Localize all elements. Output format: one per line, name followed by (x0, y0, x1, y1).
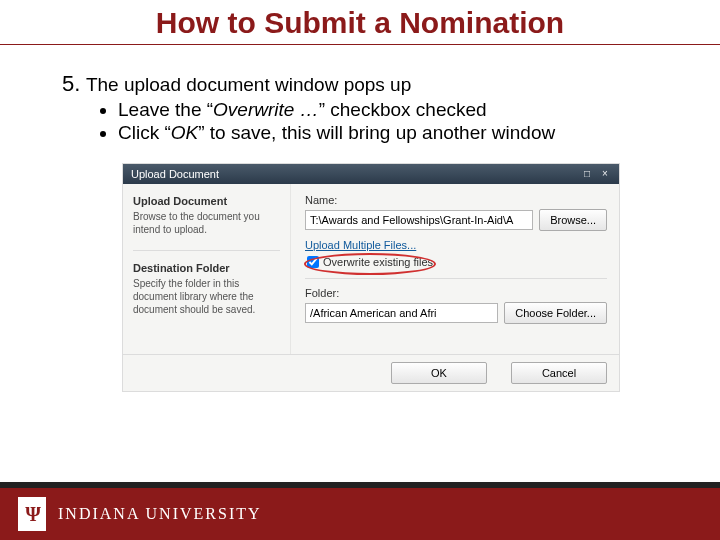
window-controls: □ × (581, 168, 611, 179)
dialog-main-pane: Name: Browse... Upload Multiple Files...… (291, 184, 619, 354)
upload-document-dialog: Upload Document □ × Upload Document Brow… (122, 163, 620, 392)
bullet-text: Leave the “ (118, 99, 213, 120)
bullet-text: ” to save, this will bring up another wi… (198, 122, 555, 143)
sidebar-help-text: Browse to the document you intend to upl… (133, 210, 280, 236)
overwrite-checkbox[interactable] (307, 256, 319, 268)
sidebar-separator (133, 250, 280, 251)
folder-input[interactable] (305, 303, 498, 323)
upload-multiple-row: Upload Multiple Files... (305, 239, 607, 251)
bullet-text: ” checkbox checked (319, 99, 487, 120)
bullet-item: Leave the “Overwrite …” checkbox checked (118, 99, 680, 122)
overwrite-row: Overwrite existing files (305, 256, 607, 268)
overwrite-label: Overwrite existing files (323, 256, 433, 268)
university-name: INDIANA UNIVERSITY (58, 505, 262, 523)
footer-main: Ψ INDIANA UNIVERSITY (0, 488, 720, 540)
step-line: 5. The upload document window pops up (62, 71, 680, 97)
dialog-title: Upload Document (131, 168, 219, 180)
browse-button[interactable]: Browse... (539, 209, 607, 231)
step-text: The upload document window pops up (86, 74, 411, 95)
dialog-titlebar: Upload Document □ × (123, 164, 619, 184)
folder-row: Choose Folder... (305, 302, 607, 324)
sidebar-help-text: Specify the folder in this document libr… (133, 277, 280, 316)
folder-label: Folder: (305, 287, 607, 299)
instruction-bullets: Leave the “Overwrite …” checkbox checked… (62, 99, 680, 145)
sidebar-heading: Upload Document (133, 194, 280, 208)
ok-button[interactable]: OK (391, 362, 487, 384)
bullet-text: Click “ (118, 122, 171, 143)
cancel-button[interactable]: Cancel (511, 362, 607, 384)
upload-multiple-link[interactable]: Upload Multiple Files... (305, 239, 416, 251)
bullet-emphasis: Overwrite … (213, 99, 319, 120)
main-separator (305, 278, 607, 279)
name-row: Browse... (305, 209, 607, 231)
name-input[interactable] (305, 210, 533, 230)
bullet-emphasis: OK (171, 122, 198, 143)
bullet-item: Click “OK” to save, this will bring up a… (118, 122, 680, 145)
close-icon[interactable]: × (599, 168, 611, 179)
dialog-button-bar: OK Cancel (123, 354, 619, 391)
iu-logo-icon: Ψ (18, 497, 46, 531)
sidebar-heading: Destination Folder (133, 261, 280, 275)
maximize-icon[interactable]: □ (581, 168, 593, 179)
name-label: Name: (305, 194, 607, 206)
slide-content: 5. The upload document window pops up Le… (0, 45, 720, 392)
choose-folder-button[interactable]: Choose Folder... (504, 302, 607, 324)
slide-footer: Ψ INDIANA UNIVERSITY (0, 482, 720, 540)
slide-title: How to Submit a Nomination (0, 0, 720, 44)
dialog-body: Upload Document Browse to the document y… (123, 184, 619, 354)
dialog-sidebar: Upload Document Browse to the document y… (123, 184, 291, 354)
step-number: 5. (62, 71, 80, 96)
